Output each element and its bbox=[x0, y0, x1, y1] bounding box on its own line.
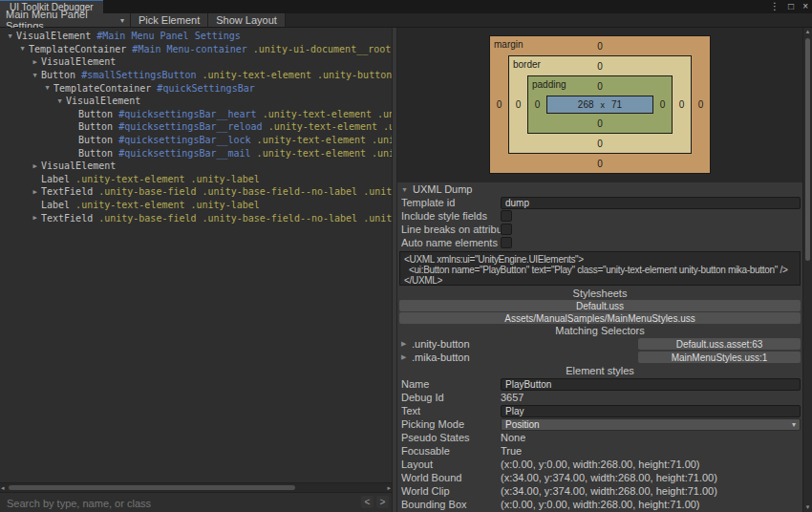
checkbox[interactable] bbox=[501, 237, 512, 248]
foldout-arrow-icon[interactable]: ▼ bbox=[53, 97, 66, 105]
scroll-down-icon[interactable]: ▾ bbox=[803, 503, 812, 511]
foldout-arrow-icon[interactable]: ▶ bbox=[401, 353, 412, 361]
tree-row-classes: .unity-ui-document__root bbox=[253, 44, 392, 54]
stylesheet-item-button[interactable]: Default.uss bbox=[399, 300, 801, 311]
tree-row[interactable]: ▶ TextField .unity-base-field .unity-bas… bbox=[0, 211, 392, 224]
scroll-right-icon[interactable]: ▸ bbox=[387, 483, 391, 492]
foldout-arrow-icon[interactable]: ▼ bbox=[29, 72, 41, 79]
style-row: Text Play bbox=[397, 404, 802, 417]
ui-toolkit-debugger-window: UI Toolkit Debugger ⋮ □ × Main Menu Pane… bbox=[0, 0, 812, 512]
foldout-arrow-icon[interactable]: ▼ bbox=[41, 84, 53, 92]
tree-row-classes: .unity-text-element .unity-label bbox=[75, 200, 260, 210]
checkbox[interactable] bbox=[501, 210, 512, 222]
window-controls: ⋮ □ × bbox=[770, 0, 808, 13]
tree-row[interactable]: Button #quicksettingsBar__reload .unity-… bbox=[0, 120, 392, 134]
tree-row[interactable]: Label .unity-text-element .unity-label bbox=[0, 173, 392, 186]
template-id-row: Template id dump bbox=[397, 196, 802, 209]
tree-row-type: TemplateContainer bbox=[53, 83, 151, 94]
scroll-left-icon[interactable]: ◂ bbox=[1, 483, 5, 492]
style-value-dropdown[interactable]: Position ▾ bbox=[501, 418, 801, 431]
vertical-scrollbar[interactable]: ▴ ▾ bbox=[802, 28, 812, 512]
tree-row[interactable]: ▼ TemplateContainer #quickSettingsBar bbox=[0, 81, 392, 95]
tree-row[interactable]: ▼ VisualElement bbox=[0, 95, 392, 108]
selector-source-button[interactable]: Default.uss.asset:63 bbox=[638, 338, 801, 350]
horizontal-scrollbar[interactable]: ◂ ▸ bbox=[0, 482, 392, 492]
foldout-arrow-icon[interactable]: ▶ bbox=[29, 188, 41, 196]
tree-row[interactable]: ▼ Button #smallSettingsButton .unity-tex… bbox=[0, 69, 392, 82]
foldout-arrow-icon[interactable]: ▼ bbox=[16, 45, 29, 53]
tree-row[interactable]: ▼ VisualElement #Main Menu Panel Setting… bbox=[0, 30, 392, 43]
maximize-icon[interactable]: □ bbox=[788, 0, 794, 13]
template-id-field[interactable]: dump bbox=[501, 197, 801, 209]
tree-row-type: VisualElement bbox=[66, 96, 140, 106]
style-label: Debug Id bbox=[401, 392, 501, 403]
stylesheet-item-button[interactable]: Assets/ManualSamples/MainMenuStyles.uss bbox=[399, 312, 801, 324]
tree-row[interactable]: Button #quicksettingsBar__mail .unity-te… bbox=[0, 146, 392, 160]
pick-element-button[interactable]: Pick Element bbox=[131, 13, 208, 27]
main-split: ▼ VisualElement #Main Menu Panel Setting… bbox=[0, 28, 812, 512]
stylesheets-list: Default.uss Assets/ManualSamples/MainMen… bbox=[397, 300, 802, 324]
matching-selectors-list: ▶ .unity-button Default.uss.asset:63 ▶ .… bbox=[397, 337, 802, 364]
checkbox[interactable] bbox=[501, 224, 512, 235]
style-label: Layout bbox=[401, 459, 501, 470]
border-label: border bbox=[513, 59, 541, 70]
border-top-value: 0 bbox=[597, 61, 603, 72]
tree-row-type: TemplateContainer bbox=[29, 44, 126, 54]
horizontal-scrollbar-thumb[interactable] bbox=[9, 485, 295, 490]
tree-row[interactable]: Label .unity-text-element .unity-label bbox=[0, 199, 392, 212]
tree-row[interactable]: Button #quicksettingsBar__lock .unity-te… bbox=[0, 134, 392, 147]
style-value-static: (x:0.00, y:0.00, width:268.00, height:71… bbox=[501, 499, 700, 510]
panel-selector-dropdown[interactable]: Main Menu Panel Settings ▾ bbox=[0, 13, 131, 27]
style-row: Picking Mode Position ▾ bbox=[397, 417, 802, 431]
style-label: World Clip bbox=[401, 485, 501, 497]
padding-label: padding bbox=[532, 79, 566, 90]
selector-source-button[interactable]: MainMenuStyles.uss:1 bbox=[638, 352, 801, 363]
margin-right-value: 0 bbox=[692, 55, 710, 154]
tree-row[interactable]: ▼ TemplateContainer #Main Menu-container… bbox=[0, 43, 392, 56]
show-layout-button[interactable]: Show Layout bbox=[208, 13, 286, 27]
style-row: Debug Id 3657 bbox=[397, 391, 802, 404]
search-input[interactable] bbox=[5, 495, 295, 511]
search-prev-button[interactable]: < bbox=[361, 496, 374, 508]
uxml-code-line: <UXML xmlns:ui="UnityEngine.UIElements"> bbox=[404, 254, 796, 265]
foldout-arrow-icon[interactable]: ▼ bbox=[4, 32, 16, 40]
tree-row[interactable]: ▶ VisualElement bbox=[0, 160, 392, 173]
foldout-arrow-icon[interactable]: ▶ bbox=[401, 340, 412, 348]
search-next-button[interactable]: > bbox=[376, 496, 389, 508]
box-model-area: margin 0 0 border 0 0 bbox=[397, 28, 802, 182]
scroll-up-icon[interactable]: ▴ bbox=[803, 28, 812, 35]
search-bar: < > bbox=[0, 492, 392, 512]
tree-row-type: Button bbox=[78, 121, 113, 132]
tree-row[interactable]: ▶ VisualElement bbox=[0, 55, 392, 69]
dropdown-arrow-icon: ▾ bbox=[120, 16, 124, 25]
margin-label: margin bbox=[494, 39, 524, 50]
style-row: World Clip (x:34.00, y:374.00, width:268… bbox=[397, 484, 802, 498]
tree-row-type: Button bbox=[78, 148, 113, 159]
tree-row-classes: .unity-text-element .unity-label bbox=[75, 174, 260, 184]
style-value-field[interactable]: Play bbox=[501, 405, 801, 417]
selector-row: ▶ .unity-button Default.uss.asset:63 bbox=[397, 337, 802, 351]
uxml-dump-title: UXML Dump bbox=[413, 183, 473, 195]
tree-row-name: #quicksettingsBar__reload bbox=[118, 121, 263, 132]
tree-row-type: Label bbox=[41, 174, 70, 184]
uxml-code-box[interactable]: <UXML xmlns:ui="UnityEngine.UIElements">… bbox=[399, 251, 801, 286]
tree-row-type: TextField bbox=[41, 186, 93, 197]
close-icon[interactable]: × bbox=[802, 0, 808, 13]
foldout-arrow-icon[interactable]: ▶ bbox=[29, 58, 41, 66]
matching-selectors-header: Matching Selectors bbox=[397, 325, 802, 336]
vertical-scrollbar-thumb[interactable] bbox=[805, 38, 810, 261]
style-label: World Bound bbox=[401, 472, 501, 483]
tree-row[interactable]: Button #quicksettingsBar__heart .unity-t… bbox=[0, 108, 392, 121]
foldout-arrow-icon[interactable]: ▶ bbox=[29, 162, 41, 170]
style-row: Layout (x:0.00, y:0.00, width:268.00, he… bbox=[397, 458, 802, 471]
style-value-field[interactable]: PlayButton bbox=[501, 378, 801, 391]
uxml-dump-foldout[interactable]: ▼ UXML Dump bbox=[397, 182, 802, 196]
foldout-arrow-icon[interactable]: ▶ bbox=[29, 214, 41, 222]
tree-row-classes: .unity-base-field .unity-base-field--no-… bbox=[98, 186, 392, 197]
kebab-menu-icon[interactable]: ⋮ bbox=[770, 0, 780, 13]
uxml-dump-options: Include style fields Line breaks on attr… bbox=[397, 209, 802, 249]
tree-row[interactable]: ▶ TextField .unity-base-field .unity-bas… bbox=[0, 185, 392, 199]
checkbox-row: Auto name elements bbox=[397, 236, 802, 249]
tree-row-type: Label bbox=[41, 200, 70, 210]
style-row: World Bound (x:34.00, y:374.00, width:26… bbox=[397, 471, 802, 484]
